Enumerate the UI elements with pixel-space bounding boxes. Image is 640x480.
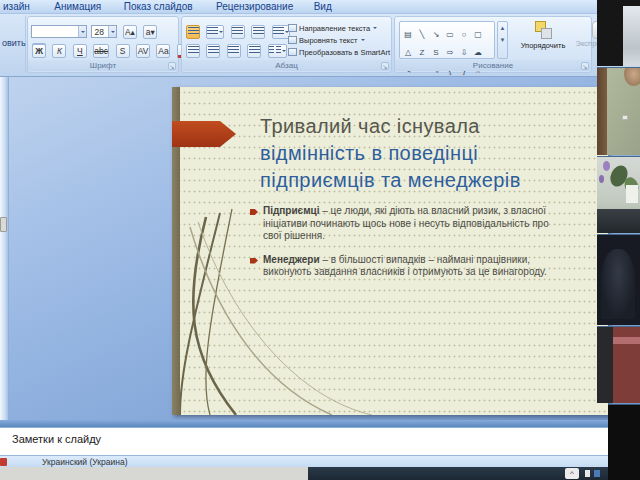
- align-left-button[interactable]: [186, 44, 200, 58]
- notes-pane[interactable]: Заметки к слайду: [0, 427, 640, 455]
- font-group-label: Шрифт: [28, 60, 178, 71]
- chevron-down-icon: [219, 31, 223, 35]
- oval-icon[interactable]: ○: [457, 29, 471, 40]
- triangle-icon[interactable]: △: [401, 47, 415, 58]
- font-group: 28 А▴ а▾ ⌫ Ж К Ч abc S AV Аа А Шрифт ↘: [27, 16, 179, 73]
- align-text-button[interactable]: Выровнять текст: [288, 35, 392, 47]
- shapes-gallery-scrollbar[interactable]: ▲ ▼: [497, 21, 508, 59]
- ribbon: овить 28 А▴ а▾ ⌫ Ж К Ч abc S AV Аа А Шри…: [0, 14, 640, 77]
- increase-indent-button[interactable]: [251, 25, 265, 39]
- align-center-button[interactable]: [206, 44, 220, 58]
- chevron-down-icon[interactable]: [108, 26, 116, 37]
- tab-animation[interactable]: Анимация: [52, 0, 103, 14]
- dark-foreground-region: [597, 209, 640, 233]
- flower-region: [603, 161, 610, 171]
- smartart-icon: [288, 48, 297, 56]
- curved-connector-icon[interactable]: S: [429, 47, 443, 58]
- tab-design-partial[interactable]: изайн: [1, 0, 32, 14]
- arrow-right-icon[interactable]: ⇨: [443, 47, 457, 58]
- align-right-button[interactable]: [227, 44, 241, 58]
- arrow-icon[interactable]: ↘: [429, 29, 443, 40]
- slides-pane-edge: [0, 77, 9, 420]
- drawing-group: ▤╲↘▭○▢△ZS⇨⇩☁✎⌒∿{}☆ ▲ ▼ Упорядочить Экспр…: [394, 16, 592, 73]
- webcam-tile: [597, 326, 640, 403]
- webcam-tile: [597, 156, 640, 233]
- status-bar: Украинский (Украина): [0, 455, 640, 467]
- scroll-up-icon[interactable]: ▲: [498, 22, 507, 34]
- webcam-tile: [597, 234, 640, 325]
- bullet-marker-icon: [250, 209, 258, 215]
- underline-button[interactable]: Ч: [73, 44, 87, 58]
- strikethrough-button[interactable]: abc: [93, 44, 109, 58]
- font-name-combobox[interactable]: [31, 25, 87, 38]
- title-arrow-shape[interactable]: [172, 121, 236, 147]
- line-icon[interactable]: ╲: [415, 29, 429, 40]
- light-switch-region: [622, 115, 628, 120]
- bright-window-region: [626, 185, 638, 203]
- drawing-group-label: Рисование: [395, 60, 591, 71]
- cloud-icon[interactable]: ☁: [471, 47, 485, 58]
- decrease-indent-button[interactable]: [231, 25, 245, 39]
- line-spacing-icon: [273, 27, 284, 35]
- bullet-marker-icon: [250, 258, 258, 264]
- arrange-icon: [533, 21, 553, 41]
- spell-check-icon[interactable]: [0, 458, 7, 466]
- align-right-icon: [228, 46, 239, 54]
- webcam-tile: [597, 0, 640, 66]
- character-spacing-button[interactable]: AV: [136, 44, 150, 58]
- dialog-launcher-icon[interactable]: ↘: [581, 62, 589, 70]
- tray-icon[interactable]: [585, 470, 590, 477]
- dialog-launcher-icon[interactable]: ↘: [381, 62, 389, 70]
- notes-placeholder: Заметки к слайду: [12, 433, 101, 445]
- indent-increase-icon: [253, 27, 264, 35]
- elbow-connector-icon[interactable]: Z: [415, 47, 429, 58]
- shrink-font-button[interactable]: а▾: [143, 25, 157, 39]
- arrow-down-icon[interactable]: ⇩: [457, 47, 471, 58]
- convert-smartart-button[interactable]: Преобразовать в SmartArt: [288, 47, 392, 59]
- scroll-down-icon[interactable]: ▼: [498, 34, 507, 46]
- text-box-icon[interactable]: ▤: [401, 29, 415, 40]
- webcam-video-strip: [597, 0, 640, 480]
- bullets-button[interactable]: [186, 25, 200, 39]
- text-shadow-button[interactable]: S: [116, 44, 130, 58]
- italic-button[interactable]: К: [52, 44, 66, 58]
- tray-expand-button[interactable]: ^: [565, 468, 579, 479]
- numbered-list-icon: [207, 27, 218, 35]
- numbering-button[interactable]: [206, 25, 224, 39]
- tab-review[interactable]: Рецензирование: [214, 0, 295, 14]
- language-indicator[interactable]: Украинский (Украина): [42, 457, 127, 467]
- chevron-down-icon: [361, 39, 365, 43]
- dialog-launcher-icon[interactable]: ↘: [168, 62, 176, 70]
- slide-title[interactable]: Тривалий час існувала відмінність в пове…: [260, 113, 604, 194]
- tab-view[interactable]: Вид: [312, 0, 334, 14]
- rectangle-icon[interactable]: ▭: [443, 29, 457, 40]
- shapes-gallery[interactable]: ▤╲↘▭○▢△ZS⇨⇩☁✎⌒∿{}☆: [399, 21, 495, 59]
- text-direction-button[interactable]: Направление текста: [288, 23, 392, 35]
- powerpoint-window: изайн Анимация Показ слайдов Рецензирова…: [0, 0, 640, 480]
- rounded-rectangle-icon[interactable]: ▢: [471, 29, 485, 40]
- tab-slideshow[interactable]: Показ слайдов: [122, 0, 195, 14]
- slide-canvas[interactable]: Тривалий час існувала відмінність в пове…: [172, 87, 608, 415]
- change-case-button[interactable]: Аа: [156, 44, 170, 58]
- text-direction-icon: [288, 24, 297, 32]
- taskbar-tray-area: ^: [308, 467, 640, 480]
- webcam-tile: [597, 67, 640, 155]
- bullet-item: Менеджери – в більшості випадків – найма…: [250, 254, 560, 279]
- chevron-down-icon: [373, 27, 377, 31]
- font-size-combobox[interactable]: 28: [91, 25, 117, 38]
- notes-splitter[interactable]: [0, 420, 640, 427]
- slide-body-placeholder[interactable]: Підприємці – це люди, які діють на власн…: [250, 205, 560, 290]
- pane-splitter-handle[interactable]: [0, 217, 7, 232]
- person-head-region: [624, 67, 640, 86]
- bold-button[interactable]: Ж: [32, 44, 46, 58]
- bullet-list-icon: [188, 27, 199, 35]
- slide-editor-workspace: Тривалий час існувала відмінність в пове…: [0, 77, 640, 420]
- paste-button-partial[interactable]: овить: [2, 38, 26, 48]
- columns-button[interactable]: [268, 44, 287, 58]
- align-center-icon: [208, 46, 219, 54]
- chevron-down-icon: [282, 50, 286, 54]
- title-line: Тривалий час існувала: [260, 113, 604, 140]
- justify-button[interactable]: [247, 44, 261, 58]
- grow-font-button[interactable]: А▴: [123, 25, 137, 39]
- chevron-down-icon[interactable]: [78, 26, 86, 37]
